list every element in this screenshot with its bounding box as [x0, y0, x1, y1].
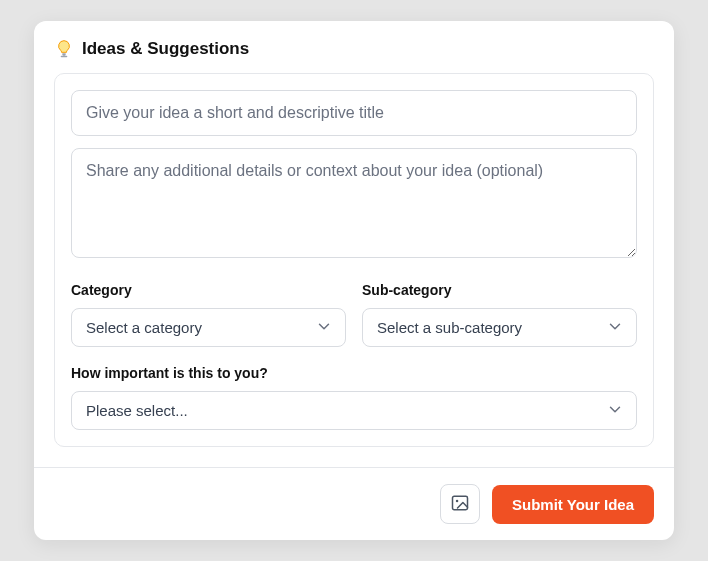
category-label: Category: [71, 282, 346, 298]
idea-title-input[interactable]: [71, 90, 637, 136]
idea-details-textarea[interactable]: [71, 148, 637, 258]
chevron-down-icon: [606, 400, 624, 421]
importance-label: How important is this to you?: [71, 365, 637, 381]
submit-button[interactable]: Submit Your Idea: [492, 485, 654, 524]
card-footer: Submit Your Idea: [34, 467, 674, 540]
chevron-down-icon: [315, 317, 333, 338]
importance-field: How important is this to you? Please sel…: [71, 365, 637, 430]
card-body: Category Select a category Sub-category …: [34, 73, 674, 467]
category-field: Category Select a category: [71, 282, 346, 347]
svg-point-1: [456, 499, 459, 502]
subcategory-label: Sub-category: [362, 282, 637, 298]
subcategory-select-value: Select a sub-category: [377, 319, 522, 336]
chevron-down-icon: [606, 317, 624, 338]
form-box: Category Select a category Sub-category …: [54, 73, 654, 447]
lightbulb-icon: [54, 39, 74, 59]
ideas-form-card: Ideas & Suggestions Category Select a ca…: [34, 21, 674, 540]
subcategory-field: Sub-category Select a sub-category: [362, 282, 637, 347]
card-header: Ideas & Suggestions: [34, 21, 674, 73]
image-icon: [450, 493, 470, 516]
category-select-value: Select a category: [86, 319, 202, 336]
importance-select-value: Please select...: [86, 402, 188, 419]
category-select[interactable]: Select a category: [71, 308, 346, 347]
importance-select[interactable]: Please select...: [71, 391, 637, 430]
attach-image-button[interactable]: [440, 484, 480, 524]
category-row: Category Select a category Sub-category …: [71, 282, 637, 347]
svg-rect-0: [453, 496, 468, 509]
card-title: Ideas & Suggestions: [82, 39, 249, 59]
subcategory-select[interactable]: Select a sub-category: [362, 308, 637, 347]
